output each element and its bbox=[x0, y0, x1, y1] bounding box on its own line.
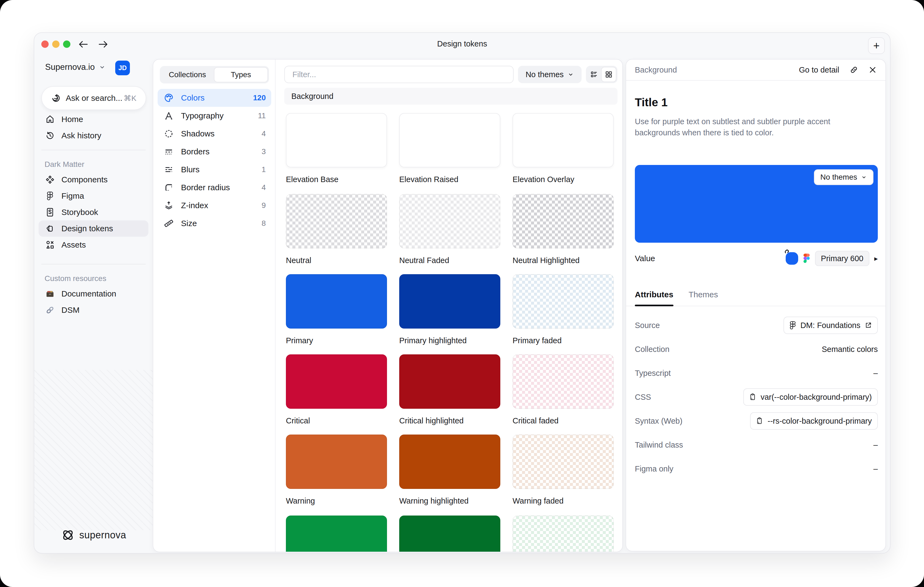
sidebar-item-storybook[interactable]: Storybook bbox=[39, 204, 148, 220]
sidebar-item-label: Components bbox=[61, 175, 107, 184]
search-shortcut: ⌘K bbox=[124, 94, 137, 103]
types-column: Collections Types Colors 120 Typography … bbox=[153, 59, 276, 552]
workspace-switcher[interactable]: Supernova.io JD bbox=[45, 62, 146, 72]
type-item-size[interactable]: Size 8 bbox=[158, 214, 271, 232]
type-count: 1 bbox=[261, 165, 266, 174]
tab-collections[interactable]: Collections bbox=[161, 67, 214, 82]
section-header: Background bbox=[284, 88, 617, 105]
value-label: Value bbox=[635, 254, 655, 263]
swatch-neutral[interactable] bbox=[286, 194, 387, 248]
filter-input[interactable] bbox=[284, 66, 514, 83]
desktop-canvas: Design tokens + Supernova.io JD Ask or s… bbox=[0, 0, 924, 587]
search-input[interactable]: Ask or search... ⌘K bbox=[41, 86, 146, 110]
inspector-panel: Background Go to detail Title 1 Use for … bbox=[625, 59, 886, 551]
type-label: Borders bbox=[181, 147, 210, 156]
sidebar-item-figma[interactable]: Figma bbox=[39, 188, 148, 204]
attribute-value: Semantic colors bbox=[822, 345, 878, 354]
type-item-border-radius[interactable]: Border radius 4 bbox=[158, 178, 271, 196]
swatch-elevation-base[interactable] bbox=[286, 113, 387, 167]
sidebar-item-assets[interactable]: Assets bbox=[39, 237, 148, 253]
token-color-preview: No themes bbox=[635, 165, 878, 243]
swatch-critical-faded[interactable] bbox=[513, 355, 614, 409]
swatch-positive-faded[interactable] bbox=[513, 516, 614, 552]
chevron-down-icon bbox=[861, 174, 867, 180]
type-label: Typography bbox=[181, 111, 224, 120]
sidebar-item-home[interactable]: Home bbox=[39, 111, 148, 127]
sidebar-item-label: Design tokens bbox=[61, 224, 113, 233]
tab-types[interactable]: Types bbox=[214, 67, 268, 82]
ruler-icon bbox=[163, 219, 175, 228]
history-icon bbox=[45, 131, 55, 140]
swatch-elevation-raised[interactable] bbox=[399, 113, 500, 167]
token-type-list: Colors 120 Typography 11 Shadows 4 bbox=[158, 89, 271, 232]
tab-attributes[interactable]: Attributes bbox=[635, 289, 673, 306]
attribute-value: – bbox=[873, 440, 878, 450]
attribute-label: Tailwind class bbox=[635, 440, 683, 450]
sidebar: Supernova.io JD Ask or search... ⌘K Home bbox=[34, 33, 153, 553]
swatch-critical[interactable] bbox=[286, 355, 387, 409]
type-item-z-index[interactable]: Z-index 9 bbox=[158, 196, 271, 214]
avatar[interactable]: JD bbox=[115, 61, 130, 75]
swatch-primary[interactable] bbox=[286, 274, 387, 328]
attribute-row-css: CSS var(--color-background-primary) bbox=[635, 388, 878, 406]
swatch-label: Critical bbox=[286, 416, 387, 425]
syntax-web-chip[interactable]: --rs-color-background-primary bbox=[750, 412, 878, 430]
go-to-detail-link[interactable]: Go to detail bbox=[799, 66, 839, 74]
swatch-neutral-faded[interactable] bbox=[399, 194, 500, 248]
copy-link-icon[interactable] bbox=[850, 66, 858, 74]
type-item-typography[interactable]: Typography 11 bbox=[158, 107, 271, 125]
typography-icon bbox=[163, 111, 175, 120]
tab-themes[interactable]: Themes bbox=[689, 289, 718, 306]
type-item-shadows[interactable]: Shadows 4 bbox=[158, 125, 271, 143]
attribute-value: var(--color-background-primary) bbox=[761, 393, 872, 402]
preview-themes-dropdown[interactable]: No themes bbox=[814, 169, 873, 185]
collections-types-segment: Collections Types bbox=[160, 66, 269, 83]
documentation-box-icon bbox=[45, 289, 55, 298]
css-variable-chip[interactable]: var(--color-background-primary) bbox=[743, 388, 878, 406]
attribute-value: --rs-color-background-primary bbox=[767, 417, 872, 425]
type-count: 11 bbox=[258, 111, 266, 120]
supernova-wordmark: supernova bbox=[79, 529, 126, 541]
attribute-row-figma-only: Figma only – bbox=[635, 460, 878, 478]
sidebar-item-documentation[interactable]: Documentation bbox=[39, 285, 148, 302]
assets-icon bbox=[45, 240, 55, 249]
section-title: Background bbox=[291, 92, 333, 101]
figma-outline-icon bbox=[789, 321, 796, 330]
caret-right-icon[interactable]: ▸ bbox=[874, 254, 878, 263]
swatch-positive-highlighted[interactable] bbox=[399, 516, 500, 552]
sidebar-item-components[interactable]: Components bbox=[39, 171, 148, 188]
swatch-neutral-highlighted[interactable] bbox=[513, 194, 614, 248]
workspace-name: Supernova.io bbox=[45, 62, 95, 72]
list-view-button[interactable] bbox=[587, 67, 601, 82]
swatch-label: Elevation Base bbox=[286, 175, 387, 184]
swatch-elevation-overlay[interactable] bbox=[513, 113, 614, 167]
add-button[interactable]: + bbox=[868, 37, 885, 54]
type-item-borders[interactable]: Borders 3 bbox=[158, 143, 271, 161]
borders-icon bbox=[163, 147, 175, 157]
sidebar-item-ask-history[interactable]: Ask history bbox=[39, 127, 148, 144]
attribute-value: – bbox=[873, 465, 878, 473]
close-icon[interactable] bbox=[869, 66, 877, 74]
sidebar-item-dsm[interactable]: DSM bbox=[39, 302, 148, 318]
token-reference-swatch bbox=[786, 252, 798, 265]
preview-themes-label: No themes bbox=[820, 173, 857, 181]
swatch-warning-faded[interactable] bbox=[513, 435, 614, 489]
themes-dropdown[interactable]: No themes bbox=[518, 66, 582, 83]
swatch-label: Warning highlighted bbox=[399, 496, 500, 506]
value-token-chip[interactable]: Primary 600 bbox=[815, 251, 870, 266]
type-item-colors[interactable]: Colors 120 bbox=[158, 89, 271, 107]
swatch-primary-faded[interactable] bbox=[513, 274, 614, 328]
attribute-label: Syntax (Web) bbox=[635, 417, 682, 425]
swatch-warning[interactable] bbox=[286, 435, 387, 489]
swatch-critical-highlighted[interactable] bbox=[399, 355, 500, 409]
swatch-warning-highlighted[interactable] bbox=[399, 435, 500, 489]
sidebar-item-design-tokens[interactable]: Design tokens bbox=[39, 220, 148, 237]
source-chip[interactable]: DM: Foundations bbox=[784, 317, 878, 334]
figma-logo-icon bbox=[803, 253, 810, 264]
inspector-header: Background Go to detail bbox=[626, 59, 885, 81]
swatch-label: Primary bbox=[286, 336, 387, 345]
swatch-positive[interactable] bbox=[286, 516, 387, 552]
type-item-blurs[interactable]: Blurs 1 bbox=[158, 161, 271, 178]
swatch-primary-highlighted[interactable] bbox=[399, 274, 500, 328]
grid-view-button[interactable] bbox=[601, 67, 616, 82]
